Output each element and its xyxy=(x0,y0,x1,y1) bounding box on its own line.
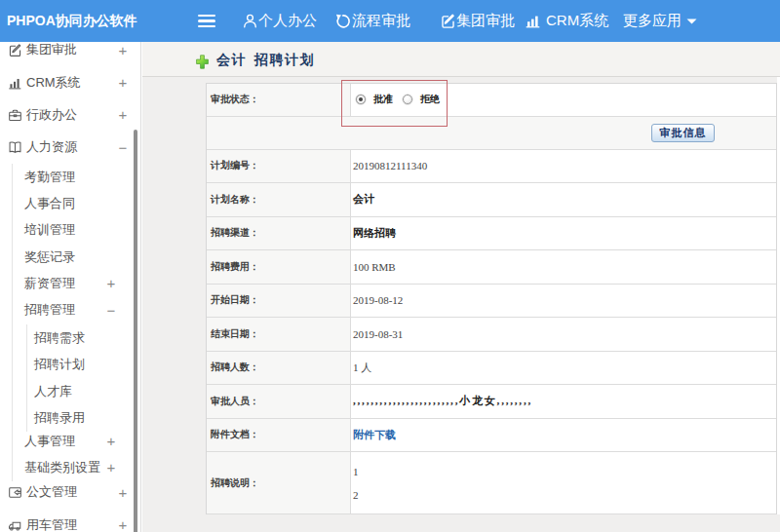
sidebar-item-label: 奖惩记录 xyxy=(24,248,75,266)
add-plus-icon xyxy=(196,55,209,73)
sidebar-item-sub2-0[interactable]: 招聘需求 xyxy=(27,324,140,351)
sidebar-item-label: 集团审批 xyxy=(26,42,77,58)
sidebar-item-sub1-0[interactable]: 考勤管理 xyxy=(13,164,140,190)
sidebar-item-label: 招聘需求 xyxy=(34,329,85,347)
form-value: 1 人 xyxy=(351,352,776,386)
topmenu-process-approval[interactable]: 流程审批 xyxy=(334,0,410,42)
form-label: 计划编号： xyxy=(207,150,351,184)
sidebar-item-label: 人才库 xyxy=(34,383,72,400)
truck-icon xyxy=(8,518,22,532)
form-label: 招聘说明： xyxy=(207,452,351,514)
form-label: 附件文档： xyxy=(207,419,351,453)
sidebar-item-top-4[interactable]: 公文管理+ xyxy=(0,476,140,509)
sidebar-item-label: 公文管理 xyxy=(26,483,77,501)
book-icon xyxy=(8,140,22,155)
briefcase-icon xyxy=(8,108,22,123)
form-row-approval-status: 审批状态： 批准 拒绝 xyxy=(207,84,776,117)
approval-status-cell: 批准 拒绝 xyxy=(351,84,776,117)
form-value: 会计 xyxy=(351,183,776,217)
user-icon xyxy=(242,13,258,29)
form-value: 20190812111340 xyxy=(351,150,776,184)
sidebar-item-label: CRM系统 xyxy=(26,74,81,92)
topmenu-label: 更多应用 xyxy=(623,12,682,30)
form-value: 2019-08-12 xyxy=(351,285,776,319)
attachment-download-link[interactable]: 附件下载 xyxy=(353,428,396,442)
form-row-8: 附件文档：附件下载 xyxy=(207,419,776,453)
expand-plus-icon[interactable]: + xyxy=(104,433,118,449)
form-value: 附件下载 xyxy=(351,419,776,453)
topmenu-label: 个人办公 xyxy=(258,12,317,30)
form-label: 结束日期： xyxy=(207,318,351,352)
sidebar-item-top-2[interactable]: 行政办公+ xyxy=(0,98,140,131)
page-title: 会计 招聘计划 xyxy=(216,42,315,76)
sidebar-item-sub1-5[interactable]: 招聘管理− xyxy=(13,297,140,323)
expand-plus-icon[interactable]: + xyxy=(116,74,130,91)
history-icon xyxy=(334,13,352,30)
expand-plus-icon[interactable]: + xyxy=(116,484,130,501)
sidebar-item-label: 考勤管理 xyxy=(24,169,75,186)
sidebar-submenu: 招聘需求招聘计划人才库招聘录用 xyxy=(26,324,140,431)
sidebar-item-sub2-2[interactable]: 人才库 xyxy=(27,378,140,404)
sidebar-item-sub1-3[interactable]: 奖惩记录 xyxy=(13,244,140,270)
form-label: 审批人员： xyxy=(207,385,351,419)
hamburger-menu-icon[interactable] xyxy=(198,15,215,28)
sidebar-item-sub1-2[interactable]: 培训管理 xyxy=(13,217,140,244)
form-row-9: 招聘说明：12 xyxy=(207,452,776,514)
form-label: 招聘费用： xyxy=(207,250,351,285)
sidebar-scrollbar-thumb[interactable] xyxy=(134,130,137,532)
sidebar-item-sub1-4[interactable]: 薪资管理+ xyxy=(13,270,140,296)
form-row-6: 招聘人数：1 人 xyxy=(207,352,776,386)
form-row-1: 计划名称：会计 xyxy=(207,183,776,217)
sidebar-item-label: 行政办公 xyxy=(26,106,77,124)
form-value: 2019-08-31 xyxy=(351,318,776,352)
sidebar-item-top-0[interactable]: 集团审批+ xyxy=(0,42,140,66)
form-value: 100 RMB xyxy=(351,250,776,285)
sidebar-item-label: 人事合同 xyxy=(24,195,75,212)
approval-info-cell: 审批信息 xyxy=(207,117,776,150)
topmenu-label: 流程审批 xyxy=(352,12,410,30)
expand-plus-icon[interactable]: + xyxy=(116,106,130,123)
breadcrumb-bar: 会计 招聘计划 xyxy=(142,42,780,77)
form-value: 网络招聘 xyxy=(351,217,776,251)
collapse-minus-icon[interactable]: − xyxy=(116,139,130,156)
form-row-0: 计划编号：20190812111340 xyxy=(207,150,776,184)
expand-plus-icon[interactable]: + xyxy=(104,275,118,291)
sidebar-item-top-1[interactable]: CRM系统+ xyxy=(0,66,140,98)
expand-plus-icon[interactable]: + xyxy=(116,42,130,58)
radio-approve[interactable] xyxy=(356,95,366,104)
sidebar-item-label: 人力资源 xyxy=(26,138,77,156)
form-label: 审批状态： xyxy=(207,84,351,117)
topmenu-group-approval[interactable]: 集团审批 xyxy=(440,0,515,42)
expand-plus-icon[interactable]: + xyxy=(116,516,130,532)
sidebar-item-label: 招聘录用 xyxy=(34,409,85,427)
sidebar-item-top-5[interactable]: 用车管理+ xyxy=(0,509,140,532)
recruit-plan-form: 审批状态： 批准 拒绝 审批信息 计划编号：20190812111340计划名称… xyxy=(206,83,777,514)
form-value-line: 2 xyxy=(353,484,359,508)
sidebar-item-sub1-1[interactable]: 人事合同 xyxy=(13,190,140,216)
collapse-minus-icon[interactable]: − xyxy=(104,302,118,319)
sidebar-item-sub2-1[interactable]: 招聘计划 xyxy=(27,352,140,378)
expand-plus-icon[interactable]: + xyxy=(104,459,118,475)
form-row-3: 招聘费用：100 RMB xyxy=(207,250,776,285)
sidebar-item-label: 招聘管理 xyxy=(24,301,75,319)
topmenu-more-apps[interactable]: 更多应用 xyxy=(623,0,697,42)
radio-reject[interactable] xyxy=(403,95,412,104)
form-row-approval-info: 审批信息 xyxy=(207,117,776,150)
sidebar-item-top-3[interactable]: 人力资源− xyxy=(0,132,140,164)
form-value: 12 xyxy=(351,452,776,514)
form-value: ,,,,,,,,,,,,,,,,,,,,,,,,小龙女,,,,,,,, xyxy=(351,385,776,419)
approval-info-button[interactable]: 审批信息 xyxy=(651,124,715,142)
sidebar-item-label: 培训管理 xyxy=(24,221,75,239)
sidebar-item-sub1-6[interactable]: 人事管理+ xyxy=(13,428,140,454)
form-row-4: 开始日期：2019-08-12 xyxy=(207,285,776,319)
form-label: 招聘渠道： xyxy=(207,217,351,251)
sidebar-menu: 集团审批+CRM系统+行政办公+人力资源−考勤管理人事合同培训管理奖惩记录薪资管… xyxy=(0,42,140,532)
topmenu-personal-office[interactable]: 个人办公 xyxy=(242,0,317,42)
topmenu-label: CRM系统 xyxy=(546,12,608,30)
form-row-5: 结束日期：2019-08-31 xyxy=(207,318,776,352)
topbar: PHPOA协同办公软件 个人办公 流程审批 集团审批 xyxy=(0,0,780,42)
radio-approve-label: 批准 xyxy=(373,93,393,106)
topmenu-crm-system[interactable]: CRM系统 xyxy=(525,0,608,42)
form-row-2: 招聘渠道：网络招聘 xyxy=(207,217,776,251)
sidebar-item-label: 人事管理 xyxy=(24,433,75,450)
